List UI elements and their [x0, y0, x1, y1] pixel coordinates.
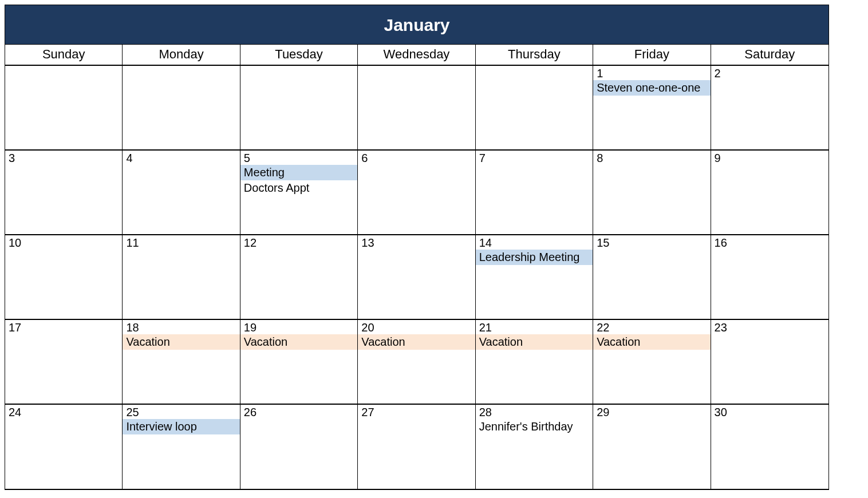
day-cell[interactable]: 1Steven one-one-one: [593, 66, 711, 151]
day-number: 12: [240, 235, 357, 250]
day-number: 9: [711, 151, 828, 165]
day-cell[interactable]: 7: [476, 151, 593, 235]
week-row: 2425Interview loop262728Jennifer's Birth…: [5, 405, 828, 489]
dayname-row: Sunday Monday Tuesday Wednesday Thursday…: [5, 45, 828, 66]
day-cell[interactable]: [5, 66, 123, 151]
day-cell[interactable]: 16: [711, 235, 828, 320]
day-cell[interactable]: 30: [711, 405, 828, 489]
day-cell[interactable]: 5MeetingDoctors Appt: [240, 151, 358, 235]
day-cell[interactable]: 24: [5, 405, 123, 489]
event[interactable]: Leadership Meeting: [476, 250, 593, 265]
day-cell[interactable]: 10: [5, 235, 123, 320]
day-number: 13: [358, 235, 475, 250]
day-number: [358, 66, 475, 67]
day-number: 22: [593, 320, 710, 334]
dayname-friday: Friday: [593, 45, 711, 66]
calendar: January Sunday Monday Tuesday Wednesday …: [5, 5, 829, 490]
day-number: 3: [5, 151, 122, 165]
day-number: 7: [476, 151, 593, 165]
day-cell[interactable]: 29: [593, 405, 711, 489]
day-number: [5, 66, 122, 67]
day-number: 30: [711, 405, 828, 419]
day-number: 1: [593, 66, 710, 80]
day-number: 20: [358, 320, 475, 334]
day-cell[interactable]: 20Vacation: [358, 320, 475, 405]
event[interactable]: Vacation: [123, 334, 239, 350]
day-cell[interactable]: 2: [711, 66, 828, 151]
day-cell[interactable]: 6: [358, 151, 475, 235]
day-number: [123, 66, 239, 67]
week-row: 1718Vacation19Vacation20Vacation21Vacati…: [5, 320, 828, 405]
day-cell[interactable]: [240, 66, 358, 151]
day-number: 21: [476, 320, 593, 334]
dayname-sunday: Sunday: [5, 45, 123, 66]
day-cell[interactable]: 17: [5, 320, 123, 405]
event[interactable]: Meeting: [240, 165, 357, 180]
day-cell[interactable]: 23: [711, 320, 828, 405]
day-cell[interactable]: 28Jennifer's Birthday: [476, 405, 593, 489]
day-cell[interactable]: 8: [593, 151, 711, 235]
day-number: [240, 66, 357, 67]
day-cell[interactable]: 3: [5, 151, 123, 235]
weeks: 1Steven one-one-one2345MeetingDoctors Ap…: [5, 66, 828, 489]
week-row: 345MeetingDoctors Appt6789: [5, 151, 828, 235]
day-number: 8: [593, 151, 710, 165]
day-number: 11: [123, 235, 239, 250]
day-cell[interactable]: [123, 66, 240, 151]
event[interactable]: Interview loop: [123, 419, 239, 434]
day-cell[interactable]: 11: [123, 235, 240, 320]
day-number: 28: [476, 405, 593, 419]
day-number: 16: [711, 235, 828, 250]
day-number: 19: [240, 320, 357, 334]
day-number: 25: [123, 405, 239, 419]
day-number: 5: [240, 151, 357, 165]
dayname-thursday: Thursday: [476, 45, 593, 66]
event[interactable]: Steven one-one-one: [593, 80, 710, 96]
day-number: 10: [5, 235, 122, 250]
dayname-saturday: Saturday: [711, 45, 828, 66]
day-number: [476, 66, 593, 67]
day-number: 4: [123, 151, 239, 165]
dayname-monday: Monday: [123, 45, 240, 66]
day-cell[interactable]: 14Leadership Meeting: [476, 235, 593, 320]
day-number: 6: [358, 151, 475, 165]
day-number: 26: [240, 405, 357, 419]
day-number: 14: [476, 235, 593, 250]
week-row: 1011121314Leadership Meeting1516: [5, 235, 828, 320]
week-row: 1Steven one-one-one2: [5, 66, 828, 151]
day-cell[interactable]: 22Vacation: [593, 320, 711, 405]
day-cell[interactable]: 27: [358, 405, 475, 489]
event[interactable]: Doctors Appt: [240, 180, 357, 196]
day-number: 15: [593, 235, 710, 250]
day-cell[interactable]: 12: [240, 235, 358, 320]
day-cell[interactable]: 25Interview loop: [123, 405, 240, 489]
day-cell[interactable]: 4: [123, 151, 240, 235]
day-number: 29: [593, 405, 710, 419]
month-title: January: [5, 5, 828, 45]
day-number: 17: [5, 320, 122, 334]
day-number: 2: [711, 66, 828, 80]
day-number: 27: [358, 405, 475, 419]
day-cell[interactable]: [358, 66, 475, 151]
day-cell[interactable]: 19Vacation: [240, 320, 358, 405]
event[interactable]: Vacation: [240, 334, 357, 350]
day-cell[interactable]: 26: [240, 405, 358, 489]
day-number: 23: [711, 320, 828, 334]
day-cell[interactable]: 18Vacation: [123, 320, 240, 405]
event[interactable]: Jennifer's Birthday: [476, 419, 593, 434]
event[interactable]: Vacation: [358, 334, 475, 350]
day-cell[interactable]: 15: [593, 235, 711, 320]
event[interactable]: Vacation: [593, 334, 710, 350]
event[interactable]: Vacation: [476, 334, 593, 350]
day-cell[interactable]: [476, 66, 593, 151]
day-cell[interactable]: 13: [358, 235, 475, 320]
dayname-tuesday: Tuesday: [240, 45, 358, 66]
day-number: 24: [5, 405, 122, 419]
day-cell[interactable]: 9: [711, 151, 828, 235]
day-number: 18: [123, 320, 239, 334]
day-cell[interactable]: 21Vacation: [476, 320, 593, 405]
dayname-wednesday: Wednesday: [358, 45, 475, 66]
